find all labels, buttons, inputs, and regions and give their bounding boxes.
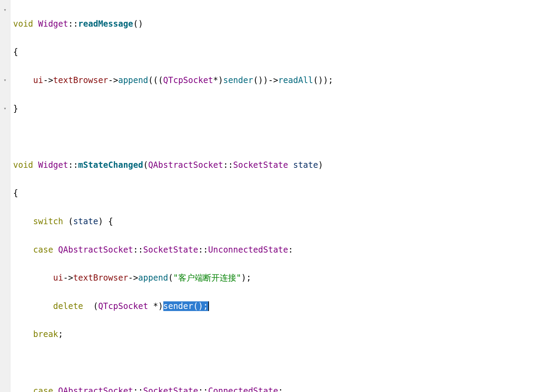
fold-marker-icon[interactable]: ▾ xyxy=(0,73,10,88)
fold-marker-icon[interactable]: ▾ xyxy=(0,102,10,116)
param-subtype: SocketState xyxy=(233,160,288,170)
code-line[interactable]: delete (QTcpSocket *)sender(); xyxy=(13,299,547,313)
function-name: readMessage xyxy=(78,19,133,29)
code-line[interactable]: case QAbstractSocket::SocketState::Conne… xyxy=(13,384,547,392)
member-textbrowser: textBrowser xyxy=(73,273,128,283)
method-readall: readAll xyxy=(278,75,313,85)
code-editor[interactable]: void Widget::readMessage() { ui->textBro… xyxy=(10,0,547,392)
string-literal: "客户端断开连接" xyxy=(173,273,241,283)
code-line[interactable]: void Widget::readMessage() xyxy=(13,17,547,31)
enum-namespace: QAbstractSocket xyxy=(58,386,133,392)
code-line[interactable]: switch (state) { xyxy=(13,215,547,229)
keyword-switch: switch xyxy=(33,217,63,226)
type-qtcpsocket: QTcpSocket xyxy=(98,301,148,311)
fold-marker-icon[interactable]: ▾ xyxy=(0,3,10,17)
param-name: state xyxy=(293,160,318,170)
code-line[interactable]: ui->textBrowser->append("客户端断开连接"); xyxy=(13,271,547,285)
code-line[interactable] xyxy=(13,356,547,370)
code-line[interactable]: case QAbstractSocket::SocketState::Uncon… xyxy=(13,243,547,257)
param-type: QAbstractSocket xyxy=(148,160,223,170)
keyword-void: void xyxy=(13,160,33,170)
enum-sub: SocketState xyxy=(143,245,198,255)
keyword-void: void xyxy=(13,19,33,29)
type-qtcpsocket: QTcpSocket xyxy=(163,75,213,85)
member-textbrowser: textBrowser xyxy=(53,75,108,85)
keyword-case: case xyxy=(33,386,53,392)
member-ui: ui xyxy=(33,75,43,85)
method-append: append xyxy=(118,75,148,85)
enum-value: ConnectedState xyxy=(208,386,278,392)
code-line[interactable]: } xyxy=(13,102,547,116)
code-line[interactable]: break; xyxy=(13,327,547,341)
code-line[interactable]: { xyxy=(13,45,547,59)
code-line[interactable]: ui->textBrowser->append(((QTcpSocket*)se… xyxy=(13,73,547,88)
function-name: mStateChanged xyxy=(78,160,143,170)
class-name: Widget xyxy=(38,160,68,170)
method-append: append xyxy=(138,273,168,283)
keyword-break: break xyxy=(33,329,58,339)
code-line[interactable] xyxy=(13,130,547,144)
var-state: state xyxy=(73,217,98,226)
member-ui: ui xyxy=(53,273,63,283)
selected-text[interactable]: sender(); xyxy=(163,301,209,311)
keyword-case: case xyxy=(33,245,53,255)
enum-value: UnconnectedState xyxy=(208,245,288,255)
enum-sub: SocketState xyxy=(143,386,198,392)
code-line[interactable]: { xyxy=(13,186,547,200)
fold-gutter: ▾ ▾ ▾ xyxy=(0,0,10,392)
code-line[interactable]: void Widget::mStateChanged(QAbstractSock… xyxy=(13,158,547,172)
enum-namespace: QAbstractSocket xyxy=(58,245,133,255)
class-name: Widget xyxy=(38,19,68,29)
keyword-delete: delete xyxy=(53,301,83,311)
method-sender: sender xyxy=(223,75,253,85)
